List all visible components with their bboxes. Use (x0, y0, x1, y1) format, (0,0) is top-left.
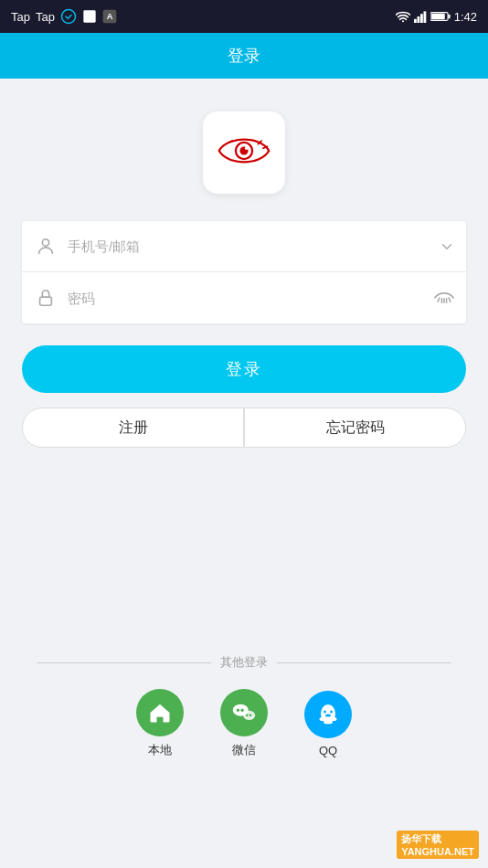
svg-rect-11 (431, 14, 445, 20)
app-header: 登录 (0, 33, 488, 79)
square-icon (82, 9, 97, 24)
time-display: 1:42 (454, 10, 477, 24)
a-icon: A (102, 9, 117, 24)
divider-line-right (277, 662, 451, 663)
svg-rect-8 (423, 11, 426, 23)
svg-point-19 (240, 709, 243, 712)
eye-slash-icon[interactable] (433, 291, 455, 305)
svg-rect-10 (448, 15, 450, 18)
svg-point-0 (61, 10, 75, 24)
password-input-row (22, 272, 466, 323)
local-login-button[interactable]: 本地 (136, 689, 184, 758)
logo-container (203, 111, 285, 194)
svg-point-15 (42, 238, 48, 245)
wechat-icon-circle (220, 689, 268, 736)
qq-login-button[interactable]: QQ (304, 691, 352, 757)
svg-point-24 (324, 710, 326, 713)
local-label: 本地 (148, 742, 172, 758)
home-icon (147, 700, 173, 725)
watermark-url: YANGHUA.NET (401, 846, 474, 857)
svg-point-14 (245, 146, 249, 150)
svg-point-22 (249, 715, 252, 717)
status-bar: Tap Tap A (0, 0, 488, 33)
lock-icon (33, 285, 58, 311)
local-icon-circle (136, 689, 184, 736)
tap-label-2: Tap (36, 10, 55, 24)
svg-rect-5 (414, 19, 417, 23)
svg-rect-6 (417, 16, 419, 23)
svg-point-4 (402, 20, 404, 22)
tap-label-1: Tap (11, 10, 30, 24)
battery-icon (430, 11, 451, 22)
header-title: 登录 (228, 45, 260, 67)
svg-point-21 (246, 715, 249, 717)
wifi-icon (396, 10, 410, 23)
person-icon (33, 234, 58, 259)
app-logo (215, 132, 273, 173)
qq-icon-circle (304, 691, 352, 738)
svg-point-18 (237, 709, 239, 712)
svg-point-25 (330, 710, 333, 713)
wechat-icon (230, 700, 258, 725)
status-right: 1:42 (396, 10, 477, 24)
watermark: 扬华下载 YANGHUA.NET (397, 831, 479, 859)
svg-rect-1 (83, 10, 95, 22)
watermark-site: 扬华下载 (401, 832, 474, 846)
wechat-login-button[interactable]: 微信 (220, 689, 268, 758)
qq-icon (315, 701, 341, 728)
chevron-down-icon[interactable] (439, 238, 455, 255)
status-left: Tap Tap A (11, 8, 117, 25)
svg-point-26 (325, 714, 331, 716)
wechat-label: 微信 (232, 742, 256, 758)
qq-label: QQ (319, 744, 337, 757)
tap-icon (60, 8, 77, 25)
svg-rect-7 (420, 14, 423, 23)
signal-icon (414, 10, 427, 23)
phone-input-row (22, 221, 466, 272)
other-login-label: 其他登录 (211, 654, 277, 671)
main-content: 登录 注册 忘记密码 (0, 79, 488, 448)
other-login-icons: 本地 微信 (136, 689, 352, 758)
other-login-divider: 其他登录 (0, 654, 488, 671)
phone-email-input[interactable] (68, 238, 439, 254)
divider-line-left (37, 662, 211, 663)
register-button[interactable]: 注册 (22, 408, 244, 448)
svg-rect-16 (40, 297, 52, 305)
login-form (22, 221, 466, 323)
other-login-section: 其他登录 本地 (0, 654, 488, 758)
svg-point-20 (243, 711, 255, 720)
forgot-password-button[interactable]: 忘记密码 (244, 408, 466, 448)
password-input[interactable] (68, 291, 433, 306)
svg-text:A: A (107, 12, 113, 21)
action-row: 注册 忘记密码 (22, 408, 466, 448)
login-button[interactable]: 登录 (22, 345, 466, 393)
svg-point-29 (324, 719, 333, 724)
